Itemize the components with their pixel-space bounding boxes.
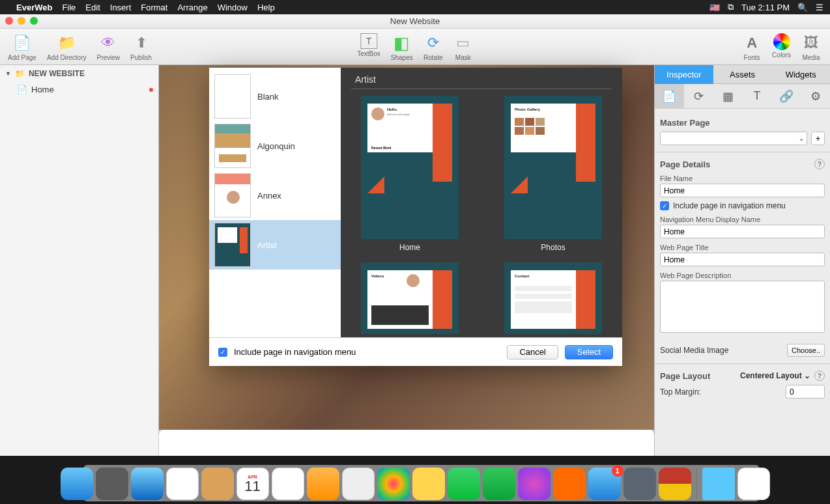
template-annex[interactable]: Annex xyxy=(209,171,341,220)
template-algonquin[interactable]: Algonquin xyxy=(209,121,341,171)
inspector-link-icon[interactable]: 🔗 xyxy=(771,84,801,108)
clock[interactable]: Tue 2:11 PM xyxy=(741,3,790,12)
preview-page-home[interactable]: Hello,welcome and enjoy!Recent Work Home xyxy=(351,96,468,256)
rotate-icon: ⟳ xyxy=(423,33,443,53)
window-controls xyxy=(5,17,38,25)
macos-menubar: EverWeb File Edit Insert Format Arrange … xyxy=(0,0,830,14)
toolbar-preview[interactable]: 👁Preview xyxy=(92,32,126,61)
dock-appstore-icon[interactable]: 1 xyxy=(588,468,621,500)
folder-icon: 📁 xyxy=(15,69,25,78)
menu-help[interactable]: Help xyxy=(257,3,275,12)
file-name-input[interactable] xyxy=(660,184,825,197)
toolbar-shapes[interactable]: ◧Shapes xyxy=(386,32,418,61)
toolbar-add-directory[interactable]: 📁Add Directory xyxy=(42,32,92,61)
eye-icon: 👁 xyxy=(98,33,118,53)
flag-icon[interactable]: 🇺🇸 xyxy=(709,3,720,12)
choose-image-button[interactable]: Choose.. xyxy=(787,344,825,357)
shapes-icon: ◧ xyxy=(392,33,412,53)
dock-preferences-icon[interactable] xyxy=(623,468,656,500)
dock-downloads-icon[interactable] xyxy=(702,468,735,500)
menu-edit[interactable]: Edit xyxy=(85,3,100,12)
menu-arrange[interactable]: Arrange xyxy=(177,3,207,12)
toolbar-add-page[interactable]: 📄Add Page xyxy=(3,32,42,61)
template-thumbnail xyxy=(214,223,251,267)
dock-contacts-icon[interactable] xyxy=(201,468,234,500)
inspector-text-icon[interactable]: T xyxy=(742,84,771,108)
template-blank[interactable]: Blank xyxy=(209,72,341,121)
dock-maps-icon[interactable] xyxy=(342,468,375,500)
dock-separator xyxy=(696,468,697,499)
menu-format[interactable]: Format xyxy=(141,3,167,12)
top-margin-label: Top Margin: xyxy=(660,387,701,397)
modal-include-nav-label: Include page in navigation menu xyxy=(234,347,356,357)
template-artist[interactable]: Artist xyxy=(209,220,341,270)
dock-messages-icon[interactable] xyxy=(448,468,480,500)
close-window-button[interactable] xyxy=(5,17,13,25)
tab-widgets[interactable]: Widgets xyxy=(771,65,830,84)
minimize-window-button[interactable] xyxy=(18,17,25,25)
inspector-settings-icon[interactable]: ⚙ xyxy=(801,84,830,108)
page-title-input[interactable] xyxy=(660,253,825,266)
dock-facetime-icon[interactable] xyxy=(483,468,515,500)
help-icon[interactable]: ? xyxy=(814,371,825,381)
cancel-button[interactable]: Cancel xyxy=(507,345,558,359)
layout-mode-select[interactable]: Centered Layout ⌄ xyxy=(740,371,810,380)
include-nav-checkbox[interactable]: ✓ xyxy=(660,201,669,210)
template-name: Algonquin xyxy=(257,141,295,151)
nav-display-input[interactable] xyxy=(660,225,825,238)
toolbar-rotate[interactable]: ⟳Rotate xyxy=(418,32,448,61)
sidebar-page-home[interactable]: 📄 Home xyxy=(0,82,158,97)
master-page-select[interactable]: ⌄ xyxy=(660,132,807,145)
displays-icon[interactable]: ⧉ xyxy=(728,2,734,12)
inspector-rotate-icon[interactable]: ⟳ xyxy=(684,84,713,108)
site-header[interactable]: ▼ 📁 NEW WEBSITE xyxy=(0,65,158,82)
dock-finder-icon[interactable] xyxy=(61,468,93,500)
preview-page-photos[interactable]: Photo Gallery Photos xyxy=(494,96,612,256)
media-icon: 🖼 xyxy=(801,33,821,53)
toolbar-label: Add Directory xyxy=(47,54,87,61)
dock-ibooks-icon[interactable] xyxy=(412,468,445,500)
preview-page-contact[interactable]: Contact xyxy=(494,262,612,338)
help-icon[interactable]: ? xyxy=(814,159,825,169)
menu-window[interactable]: Window xyxy=(218,3,248,12)
toolbar-textbox[interactable]: TTextBox xyxy=(352,32,386,61)
select-button[interactable]: Select xyxy=(565,345,613,359)
preview-page-thumb: Videos xyxy=(361,262,459,334)
add-master-page-button[interactable]: + xyxy=(811,132,825,145)
template-list[interactable]: Blank Algonquin Annex xyxy=(209,68,341,337)
dock-launchpad-icon[interactable] xyxy=(96,468,128,500)
toolbar-fonts[interactable]: AFonts xyxy=(737,32,767,61)
zoom-window-button[interactable] xyxy=(30,17,38,25)
dock-safari-icon[interactable] xyxy=(131,468,164,500)
master-page-label: Master Page xyxy=(660,118,710,128)
dock-calendar-icon[interactable]: APR 11 xyxy=(236,468,269,500)
preview-page-videos[interactable]: Videos xyxy=(351,262,468,338)
disclosure-triangle-icon[interactable]: ▼ xyxy=(5,70,11,77)
tab-assets[interactable]: Assets xyxy=(713,65,772,84)
dock-ibooks2-icon[interactable] xyxy=(553,468,586,500)
toolbar-mask[interactable]: ▭Mask xyxy=(448,32,478,61)
modal-include-nav-checkbox[interactable]: ✓ xyxy=(218,348,227,357)
top-margin-input[interactable] xyxy=(786,385,825,399)
window-title: New Website xyxy=(390,16,440,26)
inspector-page-icon[interactable]: 📄 xyxy=(655,84,684,108)
notification-center-icon[interactable]: ☰ xyxy=(816,3,823,12)
dock-notes-icon[interactable] xyxy=(272,468,304,500)
toolbar-colors[interactable]: Colors xyxy=(767,32,796,61)
dock-reminders-icon[interactable] xyxy=(307,468,339,500)
tab-inspector[interactable]: Inspector xyxy=(655,65,713,84)
dock-trash-icon[interactable] xyxy=(737,468,770,500)
dock-everweb-icon[interactable] xyxy=(659,468,691,500)
app-menu[interactable]: EverWeb xyxy=(16,3,52,12)
spotlight-icon[interactable]: 🔍 xyxy=(797,3,808,12)
page-desc-textarea[interactable] xyxy=(660,281,825,333)
toolbar-media[interactable]: 🖼Media xyxy=(796,32,826,61)
menu-file[interactable]: File xyxy=(62,3,76,12)
inspector-metrics-icon[interactable]: ▦ xyxy=(713,84,743,108)
dock-mail-icon[interactable] xyxy=(166,468,199,500)
dock-photos-icon[interactable] xyxy=(377,468,410,500)
menu-insert[interactable]: Insert xyxy=(110,3,132,12)
toolbar-label: Add Page xyxy=(8,54,36,61)
toolbar-publish[interactable]: ⬆Publish xyxy=(125,32,157,61)
dock-itunes-icon[interactable] xyxy=(518,468,551,500)
